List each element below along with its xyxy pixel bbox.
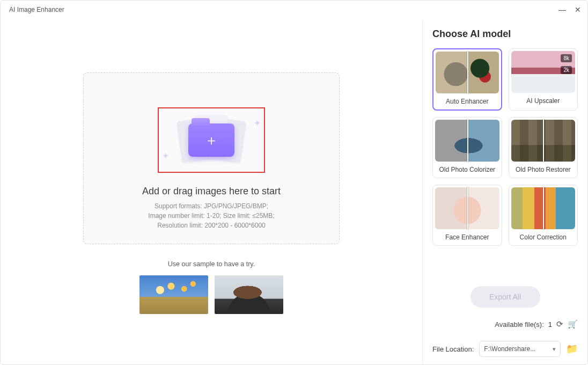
split-line-icon (467, 187, 468, 229)
plus-icon: ＋ (204, 133, 218, 147)
dropzone-graphic: ✦ ✦ ＋ (158, 107, 265, 173)
document-stack-icon: ✦ ✦ ＋ (174, 116, 249, 164)
model-label: Old Photo Restorer (516, 162, 571, 178)
sidebar-spacer (432, 246, 578, 286)
sample-label: Use our sample to have a try. (168, 260, 255, 268)
main-panel: ✦ ✦ ＋ Add or drag images here to start S… (1, 19, 422, 364)
split-line-icon (467, 120, 468, 162)
app-window: AI Image Enhancer — ✕ ✦ ✦ ＋ (0, 0, 588, 365)
titlebar: AI Image Enhancer — ✕ (1, 1, 587, 19)
split-line-icon (543, 120, 544, 162)
model-auto-enhancer[interactable]: Auto Enhancer (432, 48, 502, 111)
model-label: Auto Enhancer (446, 93, 488, 110)
body: ✦ ✦ ＋ Add or drag images here to start S… (1, 19, 587, 364)
model-label: Color Correction (520, 229, 567, 245)
dropzone-resolution: Resolution limit: 200*200 - 6000*6000 (148, 221, 274, 230)
model-grid: Auto Enhancer 8k 2k AI Upscaler Old Phot… (432, 48, 578, 246)
cart-icon[interactable]: 🛒 (568, 319, 578, 329)
file-location-row: File Location: F:\Wondershare... ▾ 📁 (432, 341, 578, 357)
file-location-value: F:\Wondershare... (484, 345, 535, 353)
split-line-icon (467, 52, 468, 93)
model-thumb (436, 52, 499, 93)
window-title: AI Image Enhancer (9, 6, 64, 13)
dropzone-formats: Support formats: JPG/PNG/JPEG/BMP; (148, 201, 274, 211)
refresh-icon[interactable]: ⟳ (556, 319, 563, 329)
model-color-correction[interactable]: Color Correction (509, 185, 578, 246)
model-thumb (435, 187, 499, 229)
sample-row (139, 275, 283, 314)
model-label: Face Enhancer (445, 229, 489, 245)
file-location-label: File Location: (432, 345, 474, 353)
available-files-count: 1 (548, 320, 552, 328)
badge-2k: 2k (561, 66, 572, 74)
sample-image-balloons[interactable] (139, 275, 208, 314)
model-old-photo-colorizer[interactable]: Old Photo Colorizer (432, 117, 502, 178)
export-all-button[interactable]: Export All (471, 286, 540, 308)
dropzone-headline: Add or drag images here to start (142, 186, 281, 197)
model-thumb (511, 187, 576, 229)
chevron-down-icon: ▾ (553, 346, 556, 353)
sidebar: Choose AI model Auto Enhancer 8k 2k AI U… (422, 19, 587, 364)
model-thumb (511, 120, 576, 162)
model-ai-upscaler[interactable]: 8k 2k AI Upscaler (509, 48, 578, 111)
folder-plus-icon: ＋ (188, 123, 234, 157)
split-line-icon (543, 187, 544, 229)
sparkle-icon: ✦ (254, 118, 261, 128)
available-files-row: Available file(s): 1 ⟳ 🛒 (432, 319, 578, 329)
sample-image-hat[interactable] (215, 275, 283, 314)
available-files-label: Available file(s): (495, 320, 544, 328)
file-location-select[interactable]: F:\Wondershare... ▾ (479, 341, 561, 357)
model-thumb (435, 120, 499, 162)
dropzone-subtext: Support formats: JPG/PNG/JPEG/BMP; Image… (148, 201, 274, 230)
close-icon[interactable]: ✕ (575, 5, 581, 14)
sparkle-icon: ✦ (162, 151, 169, 161)
model-thumb: 8k 2k (511, 51, 576, 93)
model-face-enhancer[interactable]: Face Enhancer (432, 185, 502, 246)
browse-folder-icon[interactable]: 📁 (566, 343, 578, 355)
model-label: Old Photo Colorizer (439, 162, 495, 178)
model-label: AI Upscaler (526, 93, 560, 109)
badge-8k: 8k (561, 54, 572, 62)
dropzone-limits: Image number limit: 1-20; Size limit: ≤2… (148, 211, 274, 221)
dropzone[interactable]: ✦ ✦ ＋ Add or drag images here to start S… (83, 72, 340, 244)
model-old-photo-restorer[interactable]: Old Photo Restorer (509, 117, 578, 178)
minimize-icon[interactable]: — (558, 5, 566, 14)
sidebar-heading: Choose AI model (432, 28, 578, 40)
window-controls: — ✕ (558, 5, 581, 14)
